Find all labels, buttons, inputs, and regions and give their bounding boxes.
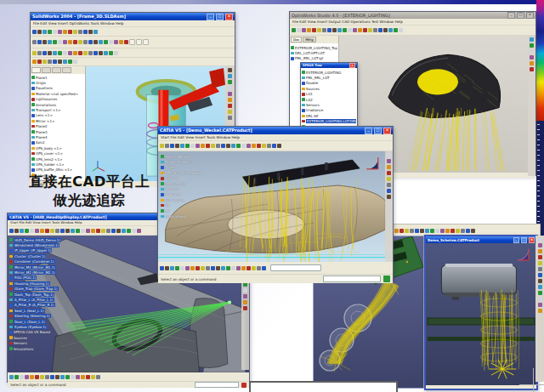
tree-node-label: Door_L (Door_L.1) <box>14 320 46 324</box>
lamp-title-bar[interactable]: Demo_Scheinw.CATProduct _ □ x <box>426 236 536 243</box>
toolbar-icon <box>81 229 85 233</box>
close-button[interactable]: x <box>225 14 233 20</box>
minimize-button[interactable]: _ <box>507 12 515 19</box>
maximize-button[interactable]: □ <box>216 14 224 20</box>
toolbar-icon <box>127 229 131 233</box>
compass-icon[interactable] <box>516 247 531 263</box>
toolbar-icon <box>58 60 62 64</box>
tree-node-label: Sensors <box>306 103 320 107</box>
tab-doc[interactable]: Doc <box>291 37 302 43</box>
tree-node-label: Transport <1> <box>36 108 60 112</box>
toolbar-icon <box>91 229 95 233</box>
menu-bar[interactable]: Start File Edit View Insert Tools Window… <box>158 134 393 141</box>
toolbar-icon <box>71 229 75 233</box>
command-field[interactable] <box>270 264 321 271</box>
tree-node-icon <box>9 315 13 318</box>
viewport-toolbar[interactable] <box>385 151 393 262</box>
tree-node-label: HUD_Demo (HUD_Demo.1) <box>14 238 61 242</box>
tree-node-icon <box>161 161 164 164</box>
minimize-button[interactable]: _ <box>513 237 519 243</box>
feature-tree[interactable]: Plane1OriginEquationsMaterial <not speci… <box>31 74 85 181</box>
power-input[interactable] <box>323 276 381 282</box>
tab-property[interactable] <box>42 67 51 73</box>
close-button[interactable]: x <box>383 128 391 134</box>
spec-tree-item[interactable]: Simulations <box>9 346 91 351</box>
toolbar-icon <box>165 266 169 270</box>
toolbar-icon <box>45 375 49 379</box>
toolbar[interactable] <box>290 26 536 36</box>
toolbar-icon <box>399 28 403 32</box>
tab-optis[interactable] <box>62 67 71 73</box>
mid-title-bar[interactable]: CATIA V5 - [Demo_Weckel.CATProduct] _ □ … <box>158 127 393 134</box>
toolbar-icon <box>435 229 439 233</box>
optisworks-toolbar[interactable] <box>31 37 235 48</box>
project-tree[interactable]: EXTERIOR_LIGHTING_Top.OPT3DBDRL_LGT.OPT.… <box>290 43 338 63</box>
toolbar-button[interactable] <box>143 39 149 45</box>
project-tree-item[interactable]: FML_RRL_LGT.lgf <box>291 56 337 61</box>
toolbar-icon <box>88 30 93 34</box>
toolbar-icon <box>348 28 352 32</box>
view-toolbar[interactable] <box>31 48 235 58</box>
tree-node-label: OPS_baffle_05m <1> <box>36 168 72 172</box>
maximize-button[interactable]: □ <box>521 237 527 243</box>
bottom-toolbar[interactable] <box>158 262 393 275</box>
toolbar-icon <box>201 266 205 270</box>
power-input[interactable] <box>195 382 239 388</box>
toolbar-icon <box>420 229 424 233</box>
toolbar-button[interactable] <box>129 39 135 45</box>
lamp-viewport[interactable] <box>426 243 536 385</box>
feature-tree-item[interactable]: Material <not specified> <box>31 91 84 96</box>
tree-node-icon <box>302 98 305 101</box>
toolbar-icon <box>322 28 326 32</box>
minimize-button[interactable]: _ <box>207 14 214 20</box>
toolbar-icon <box>58 51 62 55</box>
palette-title-bar[interactable]: SPEOS Tree x <box>301 63 357 68</box>
mid-viewport[interactable]: Demo_WeckelFinger (Finger.1)FingerSPEOS … <box>158 151 393 262</box>
status-bar: Select an object or a command <box>8 382 249 388</box>
toolbar-icon <box>65 375 70 379</box>
minimize-button[interactable]: _ <box>365 128 372 134</box>
close-button[interactable]: x <box>526 12 534 19</box>
optisworks-title-bar[interactable]: OptisWorks Studio 4.0 - [EXTERIOR_LIGHTI… <box>290 12 536 19</box>
catia-right-toolbar[interactable] <box>536 236 544 382</box>
toolbar-icon <box>81 375 85 379</box>
toolbar[interactable] <box>158 141 393 151</box>
sketch-toolbar[interactable] <box>31 58 235 66</box>
solidworks-title-bar[interactable]: SolidWorks 2004 - [Frame_3D.SLDAsm] _ □ … <box>31 13 235 20</box>
spec-tree[interactable]: HUD_Demo (HUD_Demo.1)Windshield (Windshi… <box>9 237 91 351</box>
menu-bar[interactable]: File Edit View Insert OptisWorks Tools W… <box>31 20 235 27</box>
project-tree-item[interactable]: EXTERIOR_LIGHTING_Top.OPT3DB <box>291 45 337 50</box>
toolbar-icon <box>196 144 200 148</box>
tab-config[interactable] <box>52 67 61 73</box>
palette-close-button[interactable]: x <box>349 63 355 68</box>
standard-toolbar[interactable] <box>31 27 235 37</box>
speos-tree-item[interactable]: EXTERIOR_LIGHTING.LGT.DRL.SE.min <box>302 119 356 124</box>
toolbar-icon <box>55 229 60 233</box>
tree-node-label: FML_RRL_LGT.lgf <box>295 56 323 60</box>
toolbar-icon <box>243 294 247 298</box>
compass-icon[interactable] <box>365 156 381 172</box>
close-button[interactable]: x <box>529 237 535 243</box>
feature-tree-panel[interactable]: Plane1OriginEquationsMaterial <not speci… <box>31 66 86 181</box>
spec-tree-item[interactable]: Applications <box>161 213 220 219</box>
maximize-button[interactable]: □ <box>517 12 524 19</box>
toolbar-icon <box>538 267 542 271</box>
tree-node-label: Simulations <box>165 198 184 202</box>
maximize-button[interactable]: □ <box>374 128 382 134</box>
toolbar-icon <box>9 375 14 379</box>
toolbar-button[interactable] <box>136 39 142 45</box>
tab-mktg[interactable]: Mktg <box>303 37 315 43</box>
spec-tree[interactable]: Demo_WeckelFinger (Finger.1)FingerSPEOS … <box>161 154 220 219</box>
toolbar-icon <box>461 229 465 233</box>
toolbar-icon <box>9 229 14 233</box>
toolbar-icon <box>387 195 391 199</box>
viewport-toolbar[interactable] <box>528 36 536 176</box>
tree-node-label: D1 <box>165 203 170 207</box>
menu-bar[interactable]: File Edit View Insert Output CAD Operati… <box>290 19 536 26</box>
scale-tick <box>537 139 540 140</box>
toolbar-icon <box>400 229 404 233</box>
tab-features[interactable] <box>31 67 41 73</box>
toolbar-icon <box>42 40 47 44</box>
tree-node-icon <box>161 155 164 158</box>
bottom-toolbar[interactable] <box>8 372 249 382</box>
